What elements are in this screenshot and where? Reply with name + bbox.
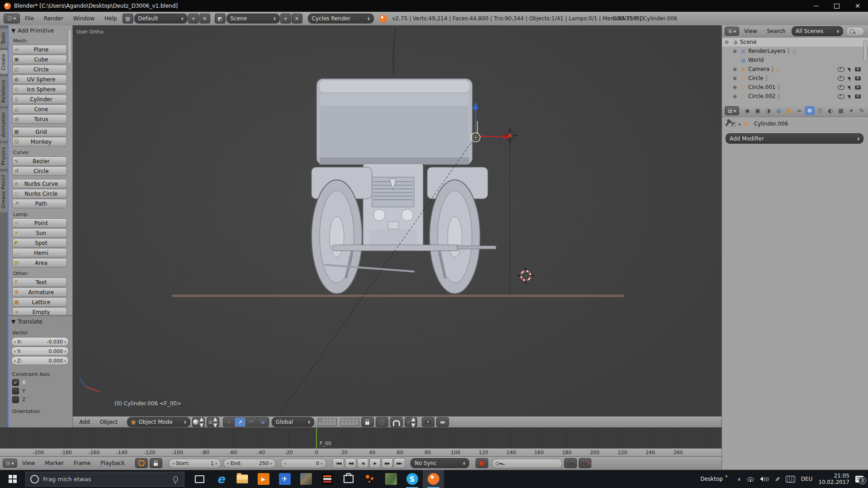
add-curve-button[interactable]: ↺Circle	[12, 166, 67, 176]
add-other-button[interactable]: ΨArmature	[12, 287, 67, 297]
tab-material[interactable]: ◐	[826, 106, 835, 115]
toolshelf-scrollbar[interactable]	[68, 29, 71, 64]
jump-to-end-button[interactable]: ▶▶|	[394, 458, 405, 468]
layers-grid-2[interactable]	[340, 418, 359, 426]
end-frame-field[interactable]: ◂End:250▸	[223, 459, 276, 468]
current-frame-field[interactable]: ◂0▸	[280, 459, 326, 468]
add-lamp-button[interactable]: ▤Area	[12, 258, 67, 267]
tab-object[interactable]: ▣	[784, 106, 794, 115]
outliner-row[interactable]: ⊕ ▣ RenderLayers | ▣	[722, 47, 868, 56]
expand-icon[interactable]: ⊕	[733, 48, 740, 54]
vector-number-field[interactable]: ◂Z:0.000▸	[11, 356, 69, 365]
outliner-row[interactable]: ⊕ ▽ Circle.002 | ▽	[722, 92, 868, 101]
selectability-cursor-icon[interactable]	[847, 84, 852, 90]
expand-icon[interactable]: ⊕	[733, 84, 740, 90]
next-keyframe-button[interactable]: ▶▶	[382, 458, 393, 468]
panel-grip-icon[interactable]: ::::	[62, 319, 70, 324]
layout-add-button[interactable]: +	[188, 14, 199, 23]
outliner-row[interactable]: ⊕ ▽ Circle.001 | ▽	[722, 83, 868, 92]
lock-to-scene-button[interactable]	[361, 417, 374, 427]
store-app[interactable]	[338, 470, 359, 488]
menu-item[interactable]: Window	[68, 15, 99, 22]
scene-add-button[interactable]: +	[280, 14, 291, 23]
screen-layout-icon[interactable]: ▥	[123, 14, 133, 23]
microphone-icon[interactable]	[174, 476, 178, 482]
pin-icon[interactable]	[725, 121, 730, 127]
close-button[interactable]: ✕	[847, 0, 868, 12]
insert-keyframe-button[interactable]	[564, 458, 577, 468]
selectability-cursor-icon[interactable]	[847, 75, 852, 81]
menu-item[interactable]: Help	[99, 15, 122, 22]
add-mesh-button[interactable]: ☺Monkey	[12, 137, 67, 146]
render-opengl-anim-button[interactable]: ▬	[436, 417, 449, 427]
play-reverse-button[interactable]: ◀	[357, 458, 368, 468]
expand-icon[interactable]: ⊖	[725, 39, 731, 45]
wifi-icon[interactable]	[747, 476, 754, 482]
viewport-shading-select[interactable]: ▲▼	[192, 417, 205, 427]
outliner-menu-item[interactable]: Search	[762, 28, 790, 34]
visibility-eye-icon[interactable]	[838, 67, 844, 72]
visibility-eye-icon[interactable]	[838, 76, 844, 81]
action-center-icon[interactable]: 3	[855, 476, 863, 483]
add-curve-button[interactable]: ∿Bezier	[12, 156, 67, 166]
outliner-row[interactable]: ⊖ ◑ Scene	[722, 38, 868, 47]
toolshelf-tab[interactable]: Animation	[0, 108, 8, 141]
add-mesh-button[interactable]: ◍UV Sphere	[12, 75, 67, 84]
task-view-button[interactable]	[189, 470, 210, 488]
auto-keyframe-button[interactable]	[476, 458, 488, 468]
add-modifier-select[interactable]: Add Modifier▲▼	[726, 133, 863, 144]
checkbox[interactable]: ✓	[12, 379, 19, 386]
add-mesh-button[interactable]: ▱Plane	[12, 45, 67, 54]
blender-app[interactable]	[423, 470, 444, 488]
toolshelf-tab[interactable]: Tools	[0, 28, 8, 48]
volume-icon[interactable]: )))	[760, 477, 769, 482]
editor-type-info-button[interactable]: ⓘ ▾	[4, 14, 20, 23]
use-preview-range-button[interactable]	[135, 458, 148, 468]
outliner-display-select[interactable]: All Scenes▲▼	[792, 26, 843, 36]
tab-constraints[interactable]: ∞	[794, 106, 804, 115]
renderability-camera-icon[interactable]	[855, 85, 861, 89]
cortana-search-field[interactable]: Frag mich etwas	[25, 472, 184, 487]
toolshelf-tab[interactable]: Create	[0, 50, 8, 74]
timeline-menu-item[interactable]: Playback	[95, 460, 130, 466]
add-mesh-button[interactable]: ◎Torus	[12, 114, 67, 124]
add-lamp-button[interactable]: ◤Spot	[12, 238, 67, 248]
checkbox[interactable]	[12, 396, 19, 403]
sync-mode-select[interactable]: No Sync▲▼	[410, 458, 469, 468]
jump-to-start-button[interactable]: |◀◀	[333, 458, 344, 468]
maximize-button[interactable]	[826, 0, 847, 12]
add-curve-button[interactable]: ∩Nurbs Curve	[12, 179, 67, 188]
add-other-button[interactable]: ▦Lattice	[12, 297, 67, 307]
layout-delete-button[interactable]: ✕	[199, 14, 210, 23]
clock[interactable]: 21:0510.02.2017	[818, 473, 849, 485]
scale-manipulator-button[interactable]: ⇲	[257, 418, 269, 427]
tab-data[interactable]: ▽	[815, 106, 825, 115]
touch-keyboard-icon[interactable]	[786, 476, 795, 483]
game2-app[interactable]	[380, 470, 401, 488]
delete-keyframe-button[interactable]: ✕	[579, 458, 591, 468]
edge-app[interactable]: e	[210, 470, 231, 488]
tab-render[interactable]: ◉	[742, 106, 752, 115]
molecules-app[interactable]	[359, 470, 380, 488]
render-opengl-button[interactable]	[422, 417, 434, 427]
add-lamp-button[interactable]: ☼Point	[12, 218, 67, 228]
menu-item[interactable]: File	[20, 15, 39, 22]
expand-icon[interactable]: ⊕	[733, 66, 740, 72]
language-indicator[interactable]: DEU	[801, 476, 813, 482]
snap-element-button[interactable]: ◌	[376, 417, 388, 427]
menu-item[interactable]: Render	[39, 15, 68, 22]
editor-type-properties-button[interactable]: ▤ ▾	[725, 106, 739, 115]
snap-toggle-button[interactable]	[390, 417, 403, 427]
translate-panel-header[interactable]: ▼ Translate ::::	[9, 316, 72, 326]
game1-app[interactable]	[295, 470, 316, 488]
toolshelf-tab[interactable]: Physics	[0, 143, 8, 169]
selectability-cursor-icon[interactable]	[847, 94, 852, 99]
tab-world[interactable]: ◍	[774, 106, 783, 115]
visibility-eye-icon[interactable]	[838, 94, 844, 99]
toolshelf-tab[interactable]: Relations	[0, 76, 8, 107]
lock-time-button[interactable]	[150, 458, 162, 468]
add-mesh-button[interactable]: ○Circle	[12, 65, 67, 74]
prev-keyframe-button[interactable]: ◀◀	[345, 458, 356, 468]
add-primitive-panel-header[interactable]: ▼ Add Primitive ::::	[9, 25, 72, 35]
transform-orientation-select[interactable]: Global▲▼	[272, 417, 314, 427]
